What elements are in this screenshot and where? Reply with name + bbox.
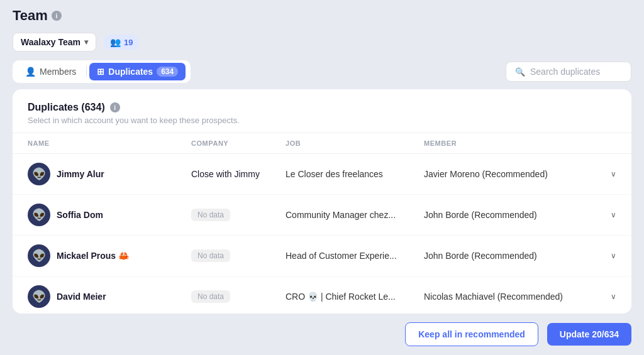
page-title: Team — [13, 8, 48, 24]
avatar: 👽 — [28, 204, 50, 226]
person-cell: 👽 David Meier — [28, 285, 191, 308]
main-content: Duplicates (634) i Select in which accou… — [13, 89, 631, 314]
table-row: 👽 Jimmy Alur Close with Jimmy Le Closer … — [13, 154, 631, 195]
search-icon: 🔍 — [515, 67, 525, 77]
content-title-row: Duplicates (634) i — [28, 102, 616, 113]
content-title: Duplicates (634) — [28, 102, 105, 113]
tab-members[interactable]: 👤 Members — [18, 63, 84, 80]
member-chevron-icon[interactable]: ∨ — [611, 251, 616, 260]
no-data-badge: No data — [191, 249, 230, 262]
search-placeholder: Search duplicates — [530, 67, 600, 77]
col-name: NAME — [28, 139, 191, 147]
member-cell[interactable]: Nicolas Machiavel (Recommended) ∨ — [424, 292, 616, 302]
page-title-row: Team i — [13, 8, 631, 24]
tabs-row: 👤 Members ⊞ Duplicates 634 🔍 Search dupl… — [13, 60, 631, 83]
no-data-badge: No data — [191, 209, 230, 221]
member-chevron-icon[interactable]: ∨ — [611, 210, 616, 219]
tab-members-label: Members — [40, 67, 76, 77]
table-body: 👽 Jimmy Alur Close with Jimmy Le Closer … — [13, 154, 631, 314]
person-name: Soffia Dom — [57, 210, 103, 220]
person-cell: 👽 Mickael Prous 🦀 — [28, 244, 191, 267]
footer: Keep all in recommended Update 20/634 — [0, 314, 644, 355]
person-name: Mickael Prous 🦀 — [57, 251, 129, 261]
member-chevron-icon[interactable]: ∨ — [611, 292, 616, 301]
job-cell: Head of Customer Experie... — [286, 251, 424, 261]
member-count-badge: 👥 19 — [104, 35, 139, 50]
info-icon[interactable]: i — [52, 11, 62, 21]
duplicates-icon: ⊞ — [97, 67, 104, 77]
job-cell: Community Manager chez... — [286, 210, 424, 220]
member-name: John Borde (Recommended) — [424, 251, 537, 261]
col-member: MEMBER — [424, 139, 616, 147]
job-cell: Le Closer des freelances — [286, 169, 424, 179]
person-name: David Meier — [57, 292, 106, 302]
members-icon: 👤 — [25, 67, 36, 77]
search-box[interactable]: 🔍 Search duplicates — [506, 62, 631, 82]
person-cell: 👽 Jimmy Alur — [28, 163, 191, 185]
content-info-icon[interactable]: i — [110, 102, 120, 112]
member-cell[interactable]: John Borde (Recommended) ∨ — [424, 210, 616, 220]
avatar: 👽 — [28, 244, 50, 267]
duplicates-badge: 634 — [157, 67, 178, 77]
job-cell: CRO 💀 | Chief Rocket Le... — [286, 292, 424, 302]
table-header: NAME COMPANY JOB MEMBER — [13, 133, 631, 154]
avatar: 👽 — [28, 163, 50, 185]
table-row: 👽 Soffia Dom No data Community Manager c… — [13, 195, 631, 236]
person-cell: 👽 Soffia Dom — [28, 204, 191, 226]
team-name: Waalaxy Team — [21, 37, 80, 47]
tabs-container: 👤 Members ⊞ Duplicates 634 — [13, 60, 191, 83]
content-header: Duplicates (634) i Select in which accou… — [13, 89, 631, 133]
update-button[interactable]: Update 20/634 — [547, 323, 631, 346]
tab-duplicates-label: Duplicates — [108, 67, 153, 77]
person-name: Jimmy Alur — [57, 169, 104, 179]
tab-divider — [86, 66, 87, 77]
table-row: 👽 Mickael Prous 🦀 No data Head of Custom… — [13, 236, 631, 276]
tab-duplicates[interactable]: ⊞ Duplicates 634 — [89, 63, 186, 80]
company-cell: Close with Jimmy — [191, 169, 286, 179]
member-name: Javier Moreno (Recommended) — [424, 169, 548, 179]
team-chevron-icon: ▾ — [84, 38, 88, 46]
member-cell[interactable]: Javier Moreno (Recommended) ∨ — [424, 169, 616, 179]
member-icon: 👥 — [110, 37, 121, 47]
col-job: JOB — [286, 139, 424, 147]
toolbar-row: Waalaxy Team ▾ 👥 19 — [13, 33, 631, 52]
member-chevron-icon[interactable]: ∨ — [611, 170, 616, 178]
content-subtitle: Select in which account you want to keep… — [28, 116, 616, 125]
page-wrapper: Team i Waalaxy Team ▾ 👥 19 👤 Members — [0, 0, 644, 355]
member-count: 19 — [124, 38, 133, 47]
header: Team i Waalaxy Team ▾ 👥 19 👤 Members — [0, 0, 644, 83]
team-selector[interactable]: Waalaxy Team ▾ — [13, 33, 96, 52]
company-cell: No data — [191, 290, 286, 303]
company-name: Close with Jimmy — [191, 169, 260, 179]
avatar: 👽 — [28, 285, 50, 308]
no-data-badge: No data — [191, 290, 230, 303]
keep-all-button[interactable]: Keep all in recommended — [405, 322, 538, 346]
table-row: 👽 David Meier No data CRO 💀 | Chief Rock… — [13, 276, 631, 314]
member-cell[interactable]: John Borde (Recommended) ∨ — [424, 251, 616, 261]
member-name: John Borde (Recommended) — [424, 210, 537, 220]
company-cell: No data — [191, 249, 286, 262]
member-name: Nicolas Machiavel (Recommended) — [424, 292, 563, 302]
col-company: COMPANY — [191, 139, 286, 147]
company-cell: No data — [191, 209, 286, 221]
